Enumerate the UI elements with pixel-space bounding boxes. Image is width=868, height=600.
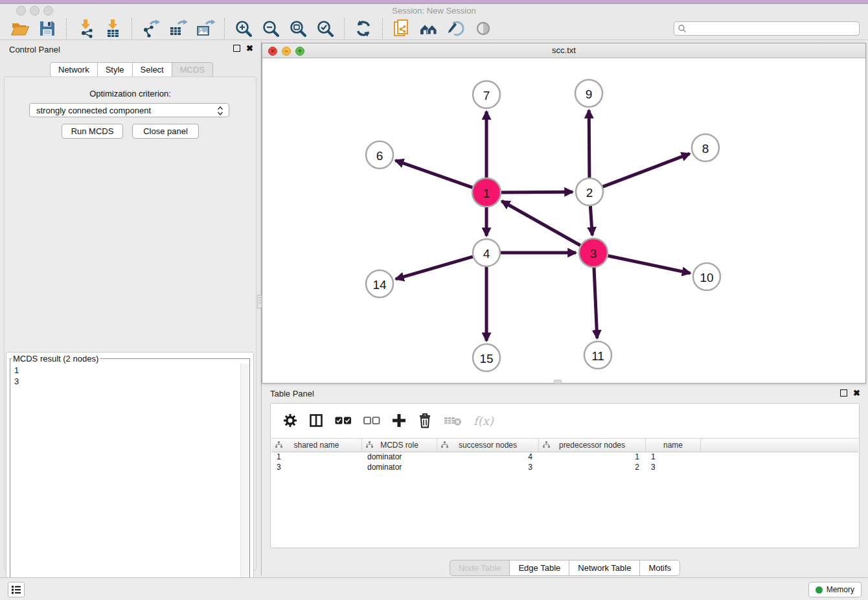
result-scrollbar[interactable] bbox=[240, 363, 249, 597]
edge-3-11[interactable] bbox=[594, 268, 597, 338]
cell-shared-name[interactable]: 1 bbox=[271, 452, 362, 463]
close-traffic-light[interactable] bbox=[16, 6, 26, 16]
network-window-titlebar[interactable]: ✕ − + scc.txt bbox=[262, 43, 865, 58]
memory-button[interactable]: Memory bbox=[808, 582, 862, 597]
network-view-window: ✕ − + scc.txt 7968124314101511 bbox=[262, 43, 866, 384]
tab-network[interactable]: Network bbox=[50, 62, 98, 77]
export-image-icon[interactable] bbox=[196, 19, 215, 38]
edge-2-3[interactable] bbox=[590, 206, 592, 235]
delete-table-icon[interactable] bbox=[444, 415, 462, 426]
home-icon[interactable] bbox=[419, 19, 439, 38]
hierarchy-icon bbox=[366, 441, 373, 448]
hierarchy-icon bbox=[275, 441, 282, 448]
graph-node-14[interactable]: 14 bbox=[366, 270, 393, 297]
run-mcds-button[interactable]: Run MCDS bbox=[62, 124, 123, 139]
cell-predecessor-nodes[interactable]: 2 bbox=[539, 463, 646, 473]
float-panel-icon[interactable] bbox=[233, 45, 240, 52]
graph-node-15[interactable]: 15 bbox=[473, 344, 500, 371]
cell-name[interactable]: 1 bbox=[646, 452, 701, 463]
tab-motifs[interactable]: Motifs bbox=[639, 560, 680, 576]
column-header-name[interactable]: name bbox=[646, 439, 701, 452]
zoom-out-icon[interactable] bbox=[261, 19, 280, 38]
edge-2-9[interactable] bbox=[589, 110, 589, 178]
close-panel-button[interactable]: Close panel bbox=[132, 124, 199, 139]
toolbar-separator bbox=[66, 18, 67, 39]
column-header-mcds-role[interactable]: MCDS role bbox=[362, 439, 437, 452]
tab-mcds[interactable]: MCDS bbox=[172, 62, 213, 77]
cell-name[interactable]: 3 bbox=[646, 463, 701, 473]
maximize-traffic-light[interactable] bbox=[43, 6, 53, 16]
table-row[interactable]: 1 dominator 4 1 1 bbox=[271, 452, 858, 463]
close-table-panel-icon[interactable]: ✖ bbox=[853, 389, 860, 397]
mcds-result-text[interactable]: 1 3 bbox=[10, 363, 241, 597]
table-settings-gear-icon[interactable] bbox=[283, 413, 297, 428]
import-table-icon[interactable] bbox=[103, 19, 122, 38]
open-session-icon[interactable] bbox=[10, 19, 30, 38]
hide-eye-icon[interactable] bbox=[474, 19, 493, 38]
close-window-icon[interactable]: ✕ bbox=[268, 47, 277, 56]
graph-node-6[interactable]: 6 bbox=[366, 141, 393, 168]
deselect-all-icon[interactable] bbox=[363, 416, 380, 425]
cell-mcds-role[interactable]: dominator bbox=[362, 452, 437, 463]
cell-successor-nodes[interactable]: 4 bbox=[437, 452, 539, 463]
cell-predecessor-nodes[interactable]: 1 bbox=[539, 452, 646, 463]
horizontal-divider-grip[interactable] bbox=[554, 380, 562, 384]
toolbar-separator bbox=[344, 18, 345, 39]
graph-node-8[interactable]: 8 bbox=[692, 134, 719, 161]
select-all-icon[interactable] bbox=[335, 416, 352, 425]
search-field bbox=[674, 21, 860, 36]
edge-3-1[interactable] bbox=[502, 201, 581, 245]
optimization-criterion-select[interactable]: strongly connected component bbox=[29, 103, 229, 117]
table-row[interactable]: 3 dominator 3 2 3 bbox=[271, 463, 858, 473]
edge-1-2[interactable] bbox=[501, 192, 573, 192]
cell-shared-name[interactable]: 3 bbox=[271, 463, 362, 473]
graph-node-11[interactable]: 11 bbox=[584, 341, 611, 369]
zoom-selected-icon[interactable] bbox=[315, 19, 335, 38]
graph-node-7[interactable]: 7 bbox=[473, 81, 500, 108]
zoom-fit-icon[interactable] bbox=[288, 19, 308, 38]
close-panel-icon[interactable]: ✖ bbox=[246, 45, 253, 52]
refresh-layout-icon[interactable] bbox=[354, 19, 373, 38]
task-history-button[interactable] bbox=[8, 582, 25, 597]
annotation-icon[interactable] bbox=[446, 19, 466, 38]
edge-4-14[interactable] bbox=[396, 257, 473, 279]
edge-2-8[interactable] bbox=[603, 154, 690, 187]
network-window-title: scc.txt bbox=[262, 43, 865, 57]
new-network-file-icon[interactable] bbox=[392, 19, 411, 38]
graph-node-9[interactable]: 9 bbox=[575, 80, 602, 107]
cell-successor-nodes[interactable]: 3 bbox=[437, 463, 539, 473]
search-input[interactable] bbox=[674, 21, 860, 36]
graph-node-4[interactable]: 4 bbox=[473, 239, 500, 266]
graph-node-10[interactable]: 10 bbox=[693, 263, 720, 290]
minimize-traffic-light[interactable] bbox=[30, 6, 40, 16]
column-header-shared-name[interactable]: shared name bbox=[271, 439, 362, 452]
maximize-window-icon[interactable]: + bbox=[295, 47, 304, 56]
save-session-icon[interactable] bbox=[38, 19, 57, 38]
export-network-icon[interactable] bbox=[141, 19, 161, 38]
tab-edge-table[interactable]: Edge Table bbox=[509, 560, 569, 576]
node-table: shared name MCDS role successor nodes bbox=[271, 438, 858, 473]
delete-column-trash-icon[interactable] bbox=[418, 413, 432, 428]
graph-node-1[interactable]: 1 bbox=[472, 178, 501, 207]
float-table-panel-icon[interactable] bbox=[840, 389, 847, 397]
hierarchy-icon bbox=[441, 441, 448, 448]
network-canvas[interactable]: 7968124314101511 bbox=[262, 58, 865, 383]
import-network-icon[interactable] bbox=[76, 19, 95, 38]
column-header-successor-nodes[interactable]: successor nodes bbox=[437, 439, 539, 452]
edge-1-6[interactable] bbox=[396, 161, 473, 188]
add-column-icon[interactable] bbox=[392, 413, 406, 428]
function-builder-icon[interactable]: f(x) bbox=[474, 414, 494, 428]
edge-3-10[interactable] bbox=[608, 256, 691, 273]
export-table-icon[interactable] bbox=[168, 19, 188, 38]
zoom-in-icon[interactable] bbox=[234, 19, 253, 38]
graph-node-3[interactable]: 3 bbox=[579, 238, 608, 267]
tab-style[interactable]: Style bbox=[97, 62, 133, 77]
tab-select[interactable]: Select bbox=[132, 62, 172, 77]
tab-node-table[interactable]: Node Table bbox=[450, 560, 510, 576]
tab-network-table[interactable]: Network Table bbox=[569, 560, 640, 576]
graph-node-2[interactable]: 2 bbox=[576, 178, 603, 205]
show-columns-icon[interactable] bbox=[309, 413, 323, 428]
minimize-window-icon[interactable]: − bbox=[282, 47, 291, 56]
column-header-predecessor-nodes[interactable]: predecessor nodes bbox=[539, 439, 646, 452]
cell-mcds-role[interactable]: dominator bbox=[362, 463, 437, 473]
